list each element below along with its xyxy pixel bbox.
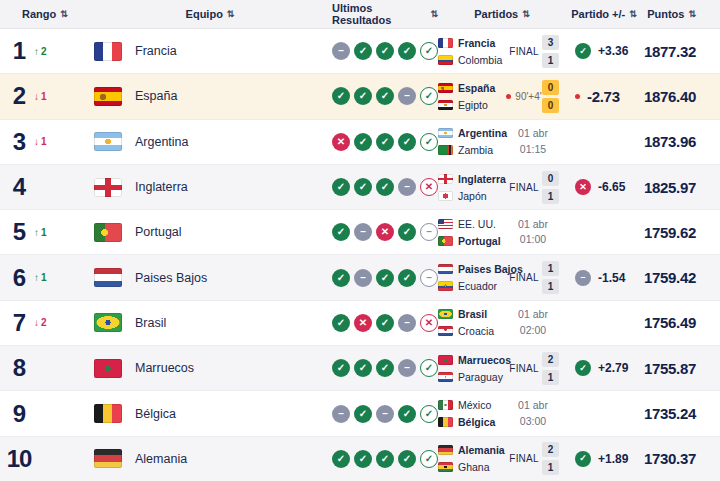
rank-cell: 7 ↓ 2 — [0, 309, 88, 337]
rank-change: ↑ 2 — [34, 46, 47, 57]
match-cell[interactable]: Inglaterra Japón FINAL 0 1 — [438, 165, 566, 209]
match-teams: EE. UU. Portugal — [438, 218, 506, 247]
rank-change-arrow-icon: ↓ — [34, 91, 39, 102]
match-teams: Francia Colombia — [438, 37, 506, 66]
column-label: Rango — [22, 8, 56, 20]
rank-number: 5 — [6, 218, 32, 246]
column-header-partidos[interactable]: Partidos ⇅ — [438, 8, 566, 20]
away-flag-icon — [438, 281, 453, 291]
column-header-rango[interactable]: Rango ⇅ — [0, 8, 88, 20]
home-flag-icon — [438, 219, 453, 229]
rank-cell: 3 ↓ 1 — [0, 128, 88, 156]
home-score: 0 — [542, 171, 559, 186]
rank-change-value: 1 — [41, 272, 47, 283]
match-teams: Argentina Zambia — [438, 127, 506, 156]
match-cell[interactable]: México Bélgica 01 abr 03:00 — [438, 391, 566, 435]
points-value: 1876.40 — [642, 88, 720, 105]
delta-value: -6.65 — [598, 180, 625, 194]
match-status: FINAL — [506, 272, 542, 283]
rank-change-arrow-icon: ↑ — [34, 46, 39, 57]
match-date: 01 abr — [506, 398, 560, 414]
team-name: Brasil — [135, 316, 166, 330]
team-flag-icon — [94, 404, 122, 423]
ranking-row[interactable]: 1 ↑ 2 Francia –✓✓✓✓ Francia Colombia — [0, 29, 720, 74]
match-away-team: Paraguay — [438, 371, 506, 383]
delta-result-icon: ✓ — [575, 360, 591, 376]
home-score: 1 — [542, 261, 559, 276]
ranking-row[interactable]: 8 Marruecos ✓✓✓–✓ Marruecos Paraguay FIN… — [0, 346, 720, 391]
rank-change-value: 1 — [41, 136, 47, 147]
rank-cell: 6 ↑ 1 — [0, 264, 88, 292]
sort-icon: ⇅ — [629, 10, 637, 19]
match-cell[interactable]: Brasil Croacia 01 abr 02:00 — [438, 301, 566, 345]
last-results: ✓✕✓–✕ — [332, 314, 438, 332]
match-home-team: Brasil — [438, 308, 506, 320]
rank-change-arrow-icon: ↑ — [34, 272, 39, 283]
ranking-row[interactable]: 4 Inglaterra ✓✓✓–✕ Inglaterra Japón FINA… — [0, 165, 720, 210]
points-value: 1877.32 — [642, 43, 720, 60]
column-header-ultimos-resultados[interactable]: Ultimos Resultados ⇅ — [332, 2, 438, 26]
match-cell[interactable]: España Egipto 90'+4' 0 0 — [438, 74, 566, 118]
team-cell: Bélgica — [88, 404, 332, 423]
away-score: 1 — [542, 460, 559, 475]
match-delta-cell: ✕ -6.65 — [566, 179, 642, 195]
home-team-name: Brasil — [458, 308, 487, 320]
column-label: Partidos — [474, 8, 518, 20]
away-flag-icon — [438, 145, 453, 155]
result-win-icon: ✓ — [376, 42, 394, 60]
match-cell[interactable]: Paises Bajos Ecuador FINAL 1 1 — [438, 255, 566, 299]
ranking-row[interactable]: 10 Alemania ✓✓✓✓✓ Alemania Ghana FINAL — [0, 437, 720, 481]
match-away-team: Portugal — [438, 235, 506, 247]
last-results: –✓✓✓✓ — [332, 42, 438, 60]
result-draw-icon: – — [332, 405, 350, 423]
sort-icon: ⇅ — [227, 10, 235, 19]
match-away-team: Ghana — [438, 461, 506, 473]
match-cell[interactable]: Argentina Zambia 01 abr 01:15 — [438, 120, 566, 164]
match-cell[interactable]: Marruecos Paraguay FINAL 2 1 — [438, 346, 566, 390]
final-label: FINAL — [509, 363, 538, 374]
match-teams: Alemania Ghana — [438, 444, 506, 473]
column-header-partido-delta[interactable]: Partido +/- ⇅ — [566, 8, 642, 20]
match-cell[interactable]: Francia Colombia FINAL 3 1 — [438, 29, 566, 73]
result-win-icon: ✓ — [354, 133, 372, 151]
table-header: Rango ⇅ Equipo ⇅ Ultimos Resultados ⇅ Pa… — [0, 0, 720, 29]
home-team-name: Inglaterra — [458, 173, 506, 185]
rank-number: 10 — [6, 445, 32, 473]
rank-change-value: 1 — [41, 91, 47, 102]
match-away-team: Japón — [438, 190, 506, 202]
result-win-icon: ✓ — [354, 178, 372, 196]
match-home-team: Argentina — [438, 127, 506, 139]
away-team-name: Paraguay — [458, 371, 503, 383]
fifa-ranking-table: Rango ⇅ Equipo ⇅ Ultimos Resultados ⇅ Pa… — [0, 0, 720, 481]
away-team-name: Portugal — [458, 235, 501, 247]
ranking-row[interactable]: 6 ↑ 1 Paises Bajos ✓–✓✓– Paises Bajos Ec… — [0, 255, 720, 300]
ranking-row[interactable]: 7 ↓ 2 Brasil ✓✕✓–✕ Brasil Croacia — [0, 301, 720, 346]
rank-change-value: 2 — [41, 317, 47, 328]
rank-number: 4 — [6, 173, 32, 201]
match-away-team: Zambia — [438, 144, 506, 156]
away-score: 1 — [542, 53, 559, 68]
points-value: 1873.96 — [642, 133, 720, 150]
ranking-row[interactable]: 9 Bélgica –✓–✓✓ México Bélgica 01 abr — [0, 391, 720, 436]
ranking-row[interactable]: 3 ↓ 1 Argentina ✕✓✓✓✓ Argentina Zambia — [0, 120, 720, 165]
match-teams: Brasil Croacia — [438, 308, 506, 337]
result-draw-icon: – — [398, 314, 416, 332]
match-cell[interactable]: Alemania Ghana FINAL 2 1 — [438, 437, 566, 481]
column-header-puntos[interactable]: Puntos ⇅ — [642, 8, 720, 20]
final-label: FINAL — [509, 182, 538, 193]
column-header-equipo[interactable]: Equipo ⇅ — [88, 8, 332, 20]
ranking-row[interactable]: 2 ↓ 1 España ✓✓✓–✓ España Egipto — [0, 74, 720, 119]
match-status: FINAL — [506, 182, 542, 193]
match-home-team: Francia — [438, 37, 506, 49]
live-minute: 90'+4' — [515, 91, 541, 102]
rank-number: 7 — [6, 309, 32, 337]
ranking-row[interactable]: 5 ↑ 1 Portugal ✓–✕✓– EE. UU. Portugal — [0, 210, 720, 255]
away-team-name: Zambia — [458, 144, 493, 156]
match-delta-cell: ✓ +1.89 — [566, 451, 642, 467]
delta-result-icon: ✕ — [575, 179, 591, 195]
result-win-icon: ✓ — [420, 133, 438, 151]
home-score: 2 — [542, 442, 559, 457]
match-cell[interactable]: EE. UU. Portugal 01 abr 01:00 — [438, 210, 566, 254]
away-flag-icon — [438, 55, 453, 65]
result-win-icon: ✓ — [398, 269, 416, 287]
